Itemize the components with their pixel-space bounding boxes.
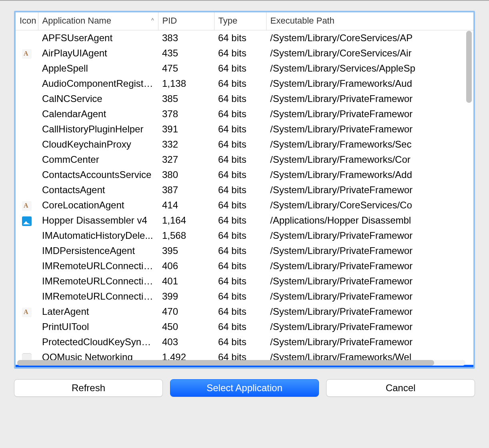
- row-pid: 1,164: [158, 213, 214, 228]
- row-pid: 378: [158, 106, 214, 122]
- row-path: /System/Library/Services/AppleSp: [266, 61, 473, 76]
- row-name: CalNCService: [38, 91, 158, 106]
- row-name: ContactsAccountsService: [38, 167, 158, 182]
- row-icon-cell: [16, 106, 38, 122]
- column-header-name-label: Application Name: [42, 16, 111, 26]
- row-pid: 391: [158, 122, 214, 137]
- row-type: 64 bits: [214, 106, 266, 122]
- column-header-path[interactable]: Executable Path: [266, 12, 473, 30]
- row-icon-cell: [16, 213, 38, 228]
- select-application-button[interactable]: Select Application: [170, 379, 319, 397]
- table-row[interactable]: IMDPersistenceAgent39564 bits/System/Lib…: [16, 243, 473, 258]
- row-pid: 385: [158, 91, 214, 106]
- row-path: /System/Library/CoreServices/AP: [266, 30, 473, 46]
- row-type: 64 bits: [214, 289, 266, 304]
- hopper-icon: [22, 216, 32, 226]
- table-row[interactable]: IMRemoteURLConnectio...39964 bits/System…: [16, 289, 473, 304]
- process-table-container: Icon Application Name ^ PID Type Executa…: [14, 11, 475, 369]
- row-name: Hopper Disassembler v4: [38, 213, 158, 228]
- row-type: 64 bits: [214, 91, 266, 106]
- column-header-type[interactable]: Type: [214, 12, 266, 30]
- row-path: /System/Library/PrivateFramewor: [266, 334, 473, 350]
- row-path: /System/Library/Frameworks/Sec: [266, 137, 473, 152]
- refresh-button[interactable]: Refresh: [14, 379, 163, 397]
- column-header-icon[interactable]: Icon: [16, 12, 38, 30]
- table-row[interactable]: ContactsAgent38764 bits/System/Library/P…: [16, 182, 473, 198]
- row-icon-cell: [16, 30, 38, 46]
- row-type: 64 bits: [214, 76, 266, 91]
- column-header-pid[interactable]: PID: [158, 12, 214, 30]
- row-name: AudioComponentRegistrar: [38, 76, 158, 91]
- row-pid: 401: [158, 274, 214, 289]
- row-path: /System/Library/PrivateFramewor: [266, 122, 473, 137]
- row-pid: 470: [158, 304, 214, 319]
- row-pid: 403: [158, 334, 214, 350]
- table-row[interactable]: LaterAgent47064 bits/System/Library/Priv…: [16, 304, 473, 319]
- row-name: ContactsAgent: [38, 182, 158, 198]
- xcode-icon: [22, 201, 32, 211]
- row-path: /System/Library/PrivateFramewor: [266, 91, 473, 106]
- row-path: /System/Library/PrivateFramewor: [266, 319, 473, 334]
- table-row[interactable]: PrintUITool45064 bits/System/Library/Pri…: [16, 319, 473, 334]
- row-pid: 383: [158, 30, 214, 46]
- table-row[interactable]: CommCenter32764 bits/System/Library/Fram…: [16, 152, 473, 167]
- row-name: APFSUserAgent: [38, 30, 158, 46]
- row-type: 64 bits: [214, 46, 266, 61]
- row-type: 64 bits: [214, 61, 266, 76]
- table-row[interactable]: AudioComponentRegistrar1,13864 bits/Syst…: [16, 76, 473, 91]
- horizontal-scrollbar-track[interactable]: [17, 360, 465, 366]
- table-row[interactable]: IMAutomaticHistoryDele...1,56864 bits/Sy…: [16, 228, 473, 243]
- row-icon-cell: [16, 122, 38, 137]
- row-pid: 395: [158, 243, 214, 258]
- row-pid: 475: [158, 61, 214, 76]
- table-row[interactable]: AirPlayUIAgent43564 bits/System/Library/…: [16, 46, 473, 61]
- table-row[interactable]: APFSUserAgent38364 bits/System/Library/C…: [16, 30, 473, 46]
- table-row[interactable]: AppleSpell47564 bits/System/Library/Serv…: [16, 61, 473, 76]
- process-table[interactable]: Icon Application Name ^ PID Type Executa…: [16, 12, 473, 369]
- table-header-row: Icon Application Name ^ PID Type Executa…: [16, 12, 473, 30]
- row-name: CalendarAgent: [38, 106, 158, 122]
- row-type: 64 bits: [214, 274, 266, 289]
- row-type: 64 bits: [214, 228, 266, 243]
- row-name: CallHistoryPluginHelper: [38, 122, 158, 137]
- row-type: 64 bits: [214, 137, 266, 152]
- row-pid: 406: [158, 258, 214, 274]
- xcode-icon: [22, 308, 32, 317]
- row-name: IMRemoteURLConnectio...: [38, 258, 158, 274]
- attach-dialog: Icon Application Name ^ PID Type Executa…: [0, 0, 489, 448]
- row-type: 64 bits: [214, 182, 266, 198]
- row-type: 64 bits: [214, 167, 266, 182]
- button-row: Refresh Select Application Cancel: [14, 379, 475, 397]
- row-path: /System/Library/PrivateFramewor: [266, 258, 473, 274]
- horizontal-scrollbar-thumb[interactable]: [17, 360, 434, 366]
- row-type: 64 bits: [214, 213, 266, 228]
- row-pid: 1,138: [158, 76, 214, 91]
- sort-indicator-icon: ^: [151, 16, 154, 24]
- table-row[interactable]: ProtectedCloudKeySynci...40364 bits/Syst…: [16, 334, 473, 350]
- row-path: /System/Library/Frameworks/Cor: [266, 152, 473, 167]
- table-row[interactable]: CalendarAgent37864 bits/System/Library/P…: [16, 106, 473, 122]
- table-row[interactable]: CoreLocationAgent41464 bits/System/Libra…: [16, 198, 473, 213]
- table-row[interactable]: CallHistoryPluginHelper39164 bits/System…: [16, 122, 473, 137]
- row-path: /System/Library/PrivateFramewor: [266, 106, 473, 122]
- row-type: 64 bits: [214, 198, 266, 213]
- row-icon-cell: [16, 243, 38, 258]
- row-path: /Applications/Hopper Disassembl: [266, 213, 473, 228]
- row-pid: 332: [158, 137, 214, 152]
- table-row[interactable]: CloudKeychainProxy33264 bits/System/Libr…: [16, 137, 473, 152]
- row-name: IMAutomaticHistoryDele...: [38, 228, 158, 243]
- row-pid: 327: [158, 152, 214, 167]
- table-row[interactable]: IMRemoteURLConnectio...40164 bits/System…: [16, 274, 473, 289]
- row-icon-cell: [16, 167, 38, 182]
- table-row[interactable]: Hopper Disassembler v41,16464 bits/Appli…: [16, 213, 473, 228]
- cancel-button[interactable]: Cancel: [326, 379, 475, 397]
- row-type: 64 bits: [214, 258, 266, 274]
- table-row[interactable]: ContactsAccountsService38064 bits/System…: [16, 167, 473, 182]
- table-row[interactable]: CalNCService38564 bits/System/Library/Pr…: [16, 91, 473, 106]
- row-icon-cell: [16, 304, 38, 319]
- column-header-name[interactable]: Application Name ^: [38, 12, 158, 30]
- table-row[interactable]: IMRemoteURLConnectio...40664 bits/System…: [16, 258, 473, 274]
- row-pid: 435: [158, 46, 214, 61]
- row-icon-cell: [16, 274, 38, 289]
- vertical-scrollbar[interactable]: [466, 31, 472, 103]
